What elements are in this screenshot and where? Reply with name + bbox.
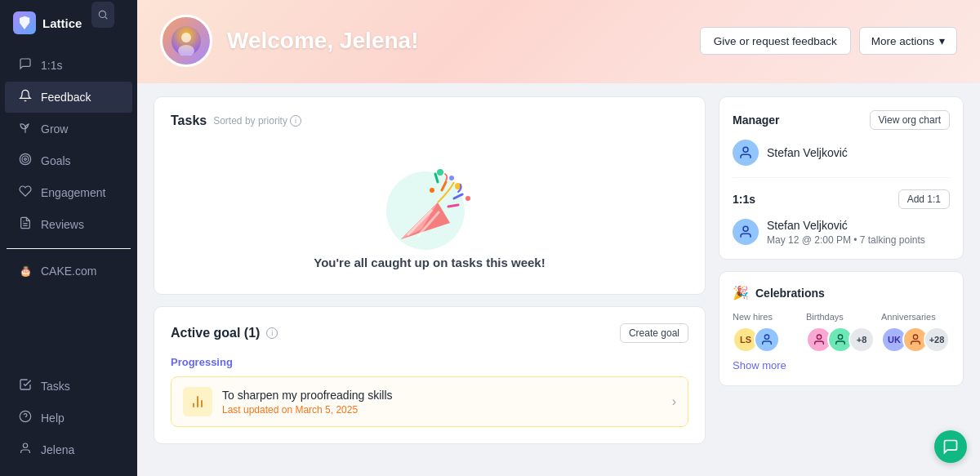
sidebar-item-ones[interactable]: 1:1s: [5, 50, 132, 81]
feedback-icon: [18, 89, 33, 105]
birthdays-label: Birthdays: [806, 312, 875, 322]
svg-point-32: [817, 335, 821, 339]
tasks-card: Tasks Sorted by priority i: [154, 96, 706, 295]
svg-point-31: [764, 335, 768, 339]
view-org-chart-button[interactable]: View org chart: [870, 110, 950, 130]
tasks-empty-text: You're all caught up on tasks this week!: [314, 256, 545, 269]
more-actions-button[interactable]: More actions ▾: [859, 27, 957, 55]
sidebar-item-help[interactable]: Help: [5, 403, 132, 434]
birthdays-count: +8: [849, 327, 875, 353]
goal-chevron-icon: ›: [672, 394, 676, 409]
goal-item-icon: [183, 387, 212, 416]
show-more-link[interactable]: Show more: [733, 359, 786, 371]
sidebar-label-tasks: Tasks: [41, 380, 70, 393]
sidebar-item-org[interactable]: 🎂 CAKE.com: [5, 257, 132, 285]
user-avatar: [160, 15, 212, 67]
goals-card-header: Active goal (1) i Create goal: [171, 323, 688, 343]
ones-person-row: Stefan Veljković May 12 @ 2:00 PM • 7 ta…: [733, 219, 950, 246]
sidebar-label-ones: 1:1s: [41, 59, 62, 72]
goal-item[interactable]: To sharpen my proofreading skills Last u…: [171, 376, 688, 427]
svg-point-34: [913, 335, 917, 339]
manager-card-header: Manager View org chart: [733, 110, 950, 130]
side-column: Manager View org chart Stefan Veljković …: [719, 96, 964, 463]
search-button[interactable]: [91, 2, 114, 28]
tasks-sort-label: Sorted by priority: [213, 115, 287, 127]
reviews-icon: [18, 216, 33, 233]
tasks-sort-info: Sorted by priority i: [213, 115, 301, 127]
new-hires-label: New hires: [733, 312, 800, 322]
svg-point-29: [743, 147, 748, 152]
sidebar-item-engagement[interactable]: Engagement: [5, 177, 132, 208]
birthdays-avatars: +8: [806, 327, 875, 353]
logo-text: Lattice: [42, 16, 82, 30]
svg-point-6: [20, 411, 30, 421]
sidebar-item-tasks[interactable]: Tasks: [5, 371, 132, 402]
give-feedback-button[interactable]: Give or request feedback: [700, 27, 851, 55]
divider-1: [733, 177, 950, 178]
manager-person-row: Stefan Veljković: [733, 140, 950, 166]
tasks-icon: [18, 378, 33, 394]
sidebar-user-name: Jelena: [41, 443, 74, 456]
engagement-icon: [18, 185, 33, 201]
ones-section-title: 1:1s: [733, 193, 755, 206]
svg-point-24: [437, 169, 443, 176]
new-hire-avatar-2: [754, 327, 780, 353]
svg-point-30: [743, 226, 748, 231]
svg-point-1: [20, 153, 30, 164]
tasks-title: Tasks: [171, 113, 207, 128]
celebrate-icon: 🎉: [733, 285, 749, 300]
page-header: Welcome, Jelena! Give or request feedbac…: [137, 0, 980, 83]
manager-section-title: Manager: [733, 113, 780, 127]
sidebar-label-feedback: Feedback: [41, 91, 91, 104]
main-column: Tasks Sorted by priority i: [154, 96, 706, 463]
goals-card: Active goal (1) i Create goal Progressin…: [154, 306, 706, 444]
celebrations-header: 🎉 Celebrations: [733, 285, 950, 300]
manager-avatar: [733, 140, 759, 166]
anniversaries-count: +28: [924, 327, 950, 353]
sidebar-item-grow[interactable]: Grow: [5, 113, 132, 145]
logo-row: Lattice: [0, 0, 137, 42]
new-hires-avatars: LS: [733, 327, 800, 353]
sidebar-label-grow: Grow: [41, 122, 68, 136]
new-hires-col: New hires LS: [733, 312, 800, 353]
svg-point-0: [100, 11, 106, 17]
birthdays-col: Birthdays: [806, 312, 875, 353]
anniversaries-avatars: UK +28: [881, 327, 950, 353]
svg-point-25: [430, 188, 434, 193]
add-ones-button[interactable]: Add 1:1: [898, 189, 950, 209]
svg-point-33: [838, 335, 842, 339]
page-content: Tasks Sorted by priority i: [137, 83, 980, 476]
goal-item-content: To sharpen my proofreading skills Last u…: [222, 389, 662, 416]
anniversaries-label: Anniversaries: [881, 312, 950, 322]
svg-point-23: [449, 176, 454, 180]
sidebar-bottom: Tasks Help Jelena: [0, 363, 137, 476]
goals-info-icon[interactable]: i: [266, 327, 278, 339]
sidebar-label-engagement: Engagement: [41, 186, 105, 199]
sidebar-label-org: CAKE.com: [41, 265, 96, 278]
header-actions: Give or request feedback More actions ▾: [700, 27, 957, 55]
ones-person-name: Stefan Veljković: [767, 219, 950, 232]
logo: Lattice: [13, 11, 82, 34]
sidebar-item-goals[interactable]: Goals: [5, 145, 132, 176]
create-goal-button[interactable]: Create goal: [620, 323, 688, 343]
sidebar: Lattice 1:1s Feedback Grow: [0, 0, 137, 476]
goal-item-title: To sharpen my proofreading skills: [222, 389, 662, 402]
celebrations-grid: New hires LS Birthdays: [733, 312, 950, 353]
feedback-chat-bubble[interactable]: [934, 430, 967, 463]
goals-title: Active goal (1): [171, 326, 260, 340]
tasks-card-header: Tasks Sorted by priority i: [171, 113, 688, 128]
tasks-info-icon[interactable]: i: [290, 115, 301, 127]
sidebar-item-feedback[interactable]: Feedback: [5, 82, 132, 113]
dropdown-chevron-icon: ▾: [939, 34, 945, 47]
sidebar-item-user[interactable]: Jelena: [5, 434, 132, 465]
celebrations-title: Celebrations: [755, 287, 825, 300]
svg-point-22: [466, 196, 470, 201]
sidebar-nav: 1:1s Feedback Grow Goals Engagement: [0, 42, 137, 363]
header-left: Welcome, Jelena!: [160, 15, 418, 67]
more-actions-label: More actions: [871, 35, 934, 47]
sidebar-item-reviews[interactable]: Reviews: [5, 209, 132, 240]
org-icon: 🎂: [18, 265, 33, 277]
main-content: Welcome, Jelena! Give or request feedbac…: [137, 0, 980, 476]
ones-info: Stefan Veljković May 12 @ 2:00 PM • 7 ta…: [767, 219, 950, 246]
sidebar-label-help: Help: [41, 411, 65, 425]
